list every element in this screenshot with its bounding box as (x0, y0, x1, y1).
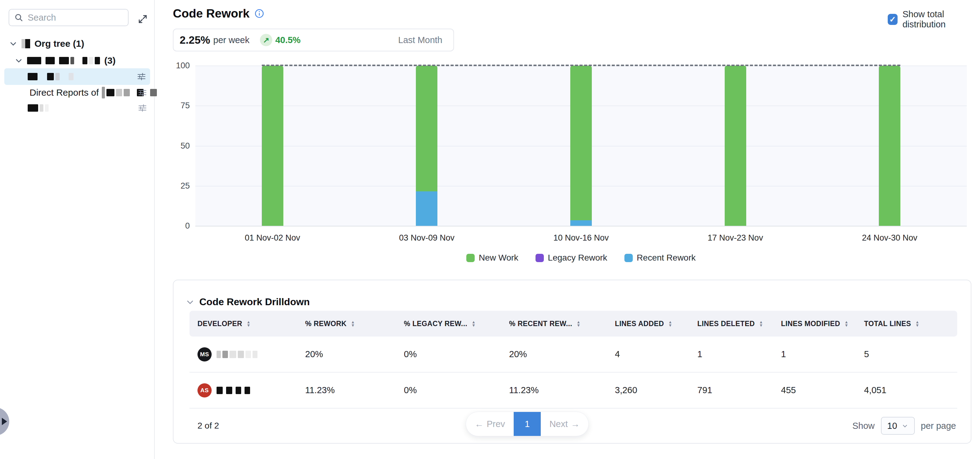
stacked-bar (262, 65, 283, 226)
search-icon (14, 13, 23, 22)
table-cell: 791 (697, 385, 781, 395)
page-header: Code Rework (173, 7, 264, 20)
total-distribution-line (262, 65, 900, 66)
column-label: LINES DELETED (697, 320, 755, 328)
column-header[interactable]: % LEGACY REW...▲▼ (404, 320, 509, 328)
redacted-name (28, 73, 73, 80)
chevron-down-icon[interactable] (15, 57, 23, 65)
sort-icon[interactable]: ▲▼ (844, 320, 848, 327)
bar-segment (879, 65, 900, 226)
search-input[interactable] (28, 13, 144, 23)
bar-segment (416, 191, 438, 226)
sort-icon[interactable]: ▲▼ (247, 320, 250, 327)
legend-item[interactable]: Recent Rework (624, 253, 695, 263)
page-size-control: Show 10 per page (852, 417, 956, 435)
table-cell: 1 (781, 349, 864, 359)
bar-segment (262, 65, 283, 226)
sort-icon[interactable]: ▲▼ (668, 320, 672, 327)
tree-item-group[interactable]: (3) (15, 55, 116, 67)
table-header-row: DEVELOPER▲▼% REWORK▲▼% LEGACY REW...▲▼% … (189, 311, 957, 336)
info-icon[interactable] (255, 9, 264, 18)
tree-item-direct-reports[interactable]: Direct Reports of (30, 87, 157, 99)
sort-icon[interactable]: ▲▼ (471, 320, 476, 327)
table-cell: 20% (305, 349, 404, 359)
bar-segment (570, 65, 592, 220)
filter-icon[interactable] (138, 104, 147, 112)
legend-item[interactable]: New Work (466, 253, 518, 263)
sort-icon[interactable]: ▲▼ (576, 320, 581, 327)
drilldown-header[interactable]: Code Rework Drilldown (186, 296, 310, 308)
column-label: LINES MODIFIED (781, 320, 840, 328)
column-label: % RECENT REW... (509, 320, 572, 328)
org-sidebar: Org tree (1) (3) (0, 0, 155, 459)
chevron-down-icon[interactable] (186, 298, 194, 306)
stacked-bar (879, 65, 900, 226)
page-size-dropdown[interactable]: 10 (881, 417, 915, 435)
tree-item-org-root[interactable]: Org tree (1) (9, 38, 84, 50)
arrow-right-icon: → (571, 419, 580, 429)
table-cell: 1 (697, 349, 781, 359)
x-axis-label: 24 Nov-30 Nov (840, 233, 939, 243)
stacked-bar (570, 65, 592, 226)
column-label: TOTAL LINES (864, 320, 911, 328)
tree-item-count: (3) (104, 55, 116, 66)
y-axis-tick: 25 (165, 181, 190, 191)
show-total-checkbox[interactable]: ✓ (888, 14, 897, 25)
redacted-name (28, 104, 49, 112)
current-page-button[interactable]: 1 (514, 412, 541, 436)
table-cell: 4,051 (864, 385, 957, 395)
column-header[interactable]: TOTAL LINES▲▼ (864, 320, 957, 328)
redacted-name (102, 87, 157, 99)
tree-item-selected[interactable] (4, 68, 150, 85)
sort-icon[interactable]: ▲▼ (759, 320, 763, 327)
table-cell: 0% (404, 385, 509, 395)
legend-swatch (466, 254, 475, 262)
column-header[interactable]: % REWORK▲▼ (305, 320, 404, 328)
page-title: Code Rework (173, 7, 250, 20)
column-header[interactable]: LINES MODIFIED▲▼ (781, 320, 864, 328)
legend-swatch (536, 254, 544, 262)
pagination: ← Prev 1 Next → (466, 412, 589, 436)
avatar: MS (197, 347, 212, 362)
y-axis-tick: 100 (165, 61, 190, 70)
filter-icon[interactable] (137, 72, 146, 81)
column-label: % LEGACY REW... (404, 320, 467, 328)
table-cell: 11.23% (305, 385, 404, 395)
filter-icon[interactable] (138, 88, 147, 97)
table-footer: 2 of 2 ← Prev 1 Next → Show 10 per page (189, 408, 956, 443)
column-header[interactable]: LINES DELETED▲▼ (697, 320, 781, 328)
bar-segment (416, 65, 438, 191)
y-axis-tick: 75 (165, 101, 190, 110)
legend-label: Legacy Rework (548, 253, 607, 263)
column-label: % REWORK (305, 320, 347, 328)
legend-swatch (624, 254, 633, 262)
sort-icon[interactable]: ▲▼ (915, 320, 920, 327)
sidebar-search (9, 9, 129, 26)
column-header[interactable]: % RECENT REW...▲▼ (509, 320, 615, 328)
stacked-bar (725, 65, 746, 226)
column-label: DEVELOPER (197, 320, 242, 328)
sidebar-expand-icon[interactable] (137, 13, 149, 25)
row-count-label: 2 of 2 (197, 421, 219, 431)
column-header[interactable]: DEVELOPER▲▼ (189, 320, 305, 328)
next-page-button[interactable]: Next → (541, 412, 589, 436)
table-cell: 0% (404, 349, 509, 359)
redacted-name (216, 351, 258, 358)
period-label: Last Month (398, 35, 442, 45)
sort-icon[interactable]: ▲▼ (351, 320, 355, 327)
chevron-down-icon[interactable] (9, 40, 17, 48)
rework-rate-value: 2.25% (180, 34, 210, 46)
drilldown-table: DEVELOPER▲▼% REWORK▲▼% LEGACY REW...▲▼% … (189, 311, 957, 408)
stacked-bar (416, 65, 438, 226)
table-body: MS20%0%20%4115AS11.23%0%11.23%3,26079145… (189, 336, 957, 408)
rework-rate-unit: per week (213, 35, 250, 45)
legend-item[interactable]: Legacy Rework (536, 253, 607, 263)
column-header[interactable]: LINES ADDED▲▼ (615, 320, 697, 328)
show-label: Show (852, 421, 875, 431)
tree-item-bottom[interactable] (28, 102, 49, 114)
prev-page-button[interactable]: ← Prev (466, 412, 514, 436)
redacted-name (27, 57, 100, 64)
x-axis-label: 01 Nov-02 Nov (223, 233, 322, 243)
legend-label: Recent Rework (637, 253, 695, 263)
table-row: AS11.23%0%11.23%3,2607914554,051 (189, 373, 957, 408)
